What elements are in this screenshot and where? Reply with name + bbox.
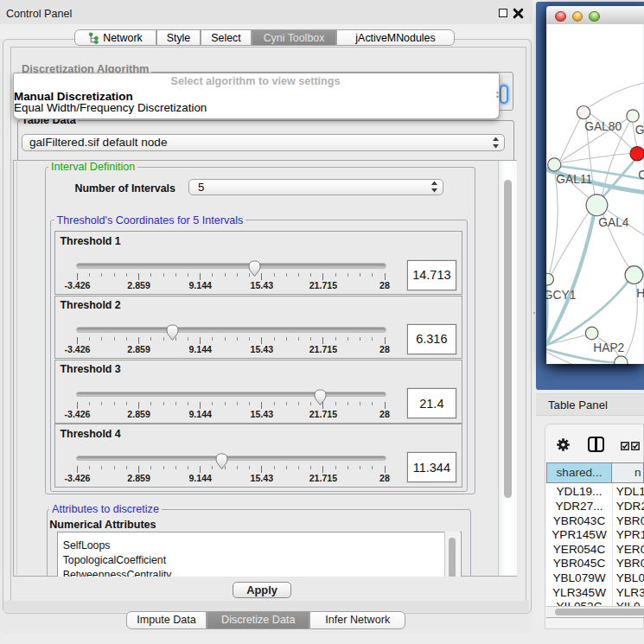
svg-text:GCY1: GCY1 — [546, 288, 576, 301]
svg-text:H: H — [636, 286, 644, 299]
svg-text:G.: G. — [635, 124, 644, 137]
svg-text:GAL11: GAL11 — [557, 172, 593, 185]
svg-text:HAP2: HAP2 — [594, 341, 625, 354]
svg-text:GAL4: GAL4 — [599, 215, 630, 228]
svg-text:GAL80: GAL80 — [584, 120, 622, 133]
svg-text:C: C — [639, 168, 644, 181]
